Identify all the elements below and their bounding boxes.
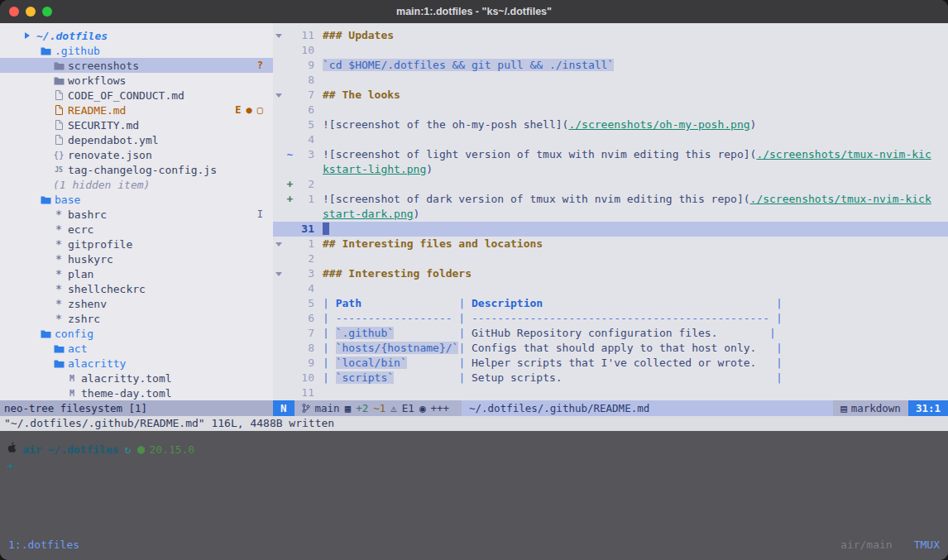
item-label: dependabot.yml [68, 134, 159, 146]
fold-icon[interactable] [275, 93, 282, 98]
table-pipe: | [452, 312, 472, 324]
editor-line[interactable]: 6| ------------------ | ----------------… [273, 311, 948, 326]
item-label: huskyrc [68, 253, 113, 266]
tree-item-theme-day.toml[interactable]: Mtheme-day.toml [0, 385, 273, 400]
editor-line[interactable]: 3### Interesting folders [273, 266, 948, 281]
line-text: ![screenshot of light version of tmux wi… [323, 147, 931, 162]
tree-item-screenshots[interactable]: screenshots? [0, 58, 273, 73]
nvim-area: ~/.dotfiles.githubscreenshots?workflowsC… [0, 23, 948, 400]
tree-item-zshrc[interactable]: *zshrc [0, 311, 273, 326]
editor-line[interactable]: 10| `scripts` | Setup scripts. | [273, 371, 948, 385]
gutter-sign [285, 356, 295, 371]
js-icon: JS [55, 166, 63, 174]
item-label: bashrc [68, 208, 107, 221]
tree-item-alacritty[interactable]: alacritty [0, 356, 273, 371]
table-pipe: | [776, 357, 783, 369]
toml-icon: M [69, 389, 74, 398]
editor-line[interactable]: 1## Interesting files and locations [273, 237, 948, 251]
tree-item-workflows[interactable]: workflows [0, 73, 273, 88]
editor-line[interactable]: ~3![screenshot of light version of tmux … [273, 147, 948, 162]
editor-line[interactable]: 6 [273, 103, 948, 117]
table-pipe: | [458, 371, 472, 384]
fold-icon[interactable] [275, 272, 282, 276]
editor-line[interactable]: 11 [273, 385, 948, 400]
editor-line[interactable]: 9`cd $HOME/.dotfiles && git pull && ./in… [273, 58, 948, 73]
table-pipe: | [458, 327, 472, 339]
json-icon: {} [53, 150, 64, 160]
mode-indicator: N [273, 400, 294, 416]
editor-line[interactable]: 2 [273, 251, 948, 266]
tree-item-alacritty.toml[interactable]: Malacritty.toml [0, 371, 273, 385]
tree-item-bashrc[interactable]: *bashrcI [0, 207, 273, 222]
editor-line[interactable]: 4 [273, 132, 948, 147]
tree-item-shellcheckrc[interactable]: *shellcheckrc [0, 281, 273, 296]
editor-line[interactable]: 5| Path | Description | [273, 296, 948, 311]
item-badges: I [257, 208, 273, 220]
item-badge: ? [257, 60, 263, 71]
code-span: `local/bin` [336, 357, 407, 369]
tree-item-dependabot.yml[interactable]: dependabot.yml [0, 132, 273, 147]
gutter-sign [285, 296, 295, 311]
tree-item-config[interactable]: config [0, 326, 273, 341]
tree-item-.github[interactable]: .github [0, 43, 273, 58]
table-header: Description [472, 297, 543, 309]
folder-icon [54, 359, 65, 368]
tree-item-zshenv[interactable]: *zshenv [0, 296, 273, 311]
editor-line[interactable]: +1![screenshot of dark version of tmux w… [273, 192, 948, 207]
editor-line[interactable]: 5![screenshot of the oh-my-posh shell](.… [273, 117, 948, 132]
fold-icon[interactable] [275, 34, 282, 38]
tree-item-plan[interactable]: *plan [0, 266, 273, 281]
statusline-filepath: ~/.dotfiles/.github/README.md [462, 400, 833, 416]
editor-line[interactable]: 7## The looks [273, 88, 948, 103]
line-number: 4 [295, 281, 321, 296]
gutter-sign [285, 132, 295, 147]
line-number: 3 [295, 266, 321, 281]
tree-item-ecrc[interactable]: *ecrc [0, 222, 273, 237]
tree-item-huskyrc[interactable]: *huskyrc [0, 251, 273, 266]
tmux-window-tab[interactable]: 1:.dotfiles [8, 538, 79, 553]
fold-icon[interactable] [275, 242, 282, 246]
cursor-position: 31:1 [908, 400, 948, 416]
tree-item-gitprofile[interactable]: *gitprofile [0, 237, 273, 251]
text-segment: Configs that should apply to that host o… [472, 342, 756, 354]
tree-item-act[interactable]: act [0, 341, 273, 356]
editor-line[interactable]: 8 [273, 73, 948, 88]
editor-line[interactable]: +2 [273, 177, 948, 192]
close-button[interactable] [9, 7, 19, 17]
line-number: 1 [295, 192, 321, 207]
editor-line[interactable]: start-dark.png) [273, 207, 948, 222]
item-label: SECURITY.md [68, 119, 139, 132]
editor-line[interactable]: 4 [273, 281, 948, 296]
shell-pane[interactable]: air ~/.dotfiles ↻ 20.15.0 ➜ 1:.dotfiles … [0, 431, 948, 560]
tree-item-renovate.json[interactable]: {}renovate.json [0, 147, 273, 162]
editor-line[interactable]: 11### Updates [273, 28, 948, 43]
fold-column [273, 266, 285, 281]
tree-item-SECURITY.md[interactable]: SECURITY.md [0, 117, 273, 132]
editor-line[interactable]: 8| `hosts/{hostname}/`| Configs that sho… [273, 341, 948, 356]
tree-item-CODE_OF_CONDUCT.md[interactable]: CODE_OF_CONDUCT.md [0, 88, 273, 103]
line-number: 5 [295, 296, 321, 311]
editor-line[interactable]: 7| `.github` | GitHub Repository configu… [273, 326, 948, 341]
code-span: `scripts` [336, 371, 394, 384]
editor-line[interactable]: 9| `local/bin` | Helper scripts that I'v… [273, 356, 948, 371]
line-text: | `local/bin` | Helper scripts that I've… [323, 356, 783, 371]
command-message-line: "~/.dotfiles/.github/README.md" 116L, 44… [0, 416, 948, 431]
editor-line[interactable]: 31 [273, 222, 948, 237]
generic-file-icon: * [55, 223, 62, 236]
editor-buffer[interactable]: 11### Updates109`cd $HOME/.dotfiles && g… [273, 23, 948, 400]
gutter-sign [285, 43, 295, 58]
gutter-sign [285, 58, 295, 73]
tree-item-README.md[interactable]: README.mdE●▢ [0, 103, 273, 117]
tree-item-1hiddenitem[interactable]: (1 hidden item) [0, 177, 273, 192]
line-number: 6 [295, 311, 321, 326]
fold-column [273, 356, 285, 371]
fullscreen-button[interactable] [42, 7, 52, 17]
line-number: 8 [295, 73, 321, 88]
fold-column [273, 117, 285, 132]
editor-line[interactable]: 10 [273, 43, 948, 58]
editor-line[interactable]: kstart-light.png) [273, 162, 948, 177]
tree-item-.dotfiles[interactable]: ~/.dotfiles [0, 28, 273, 43]
tree-item-base[interactable]: base [0, 192, 273, 207]
tree-item-tag-changelog-config.js[interactable]: JStag-changelog-config.js [0, 162, 273, 177]
minimize-button[interactable] [26, 7, 36, 17]
